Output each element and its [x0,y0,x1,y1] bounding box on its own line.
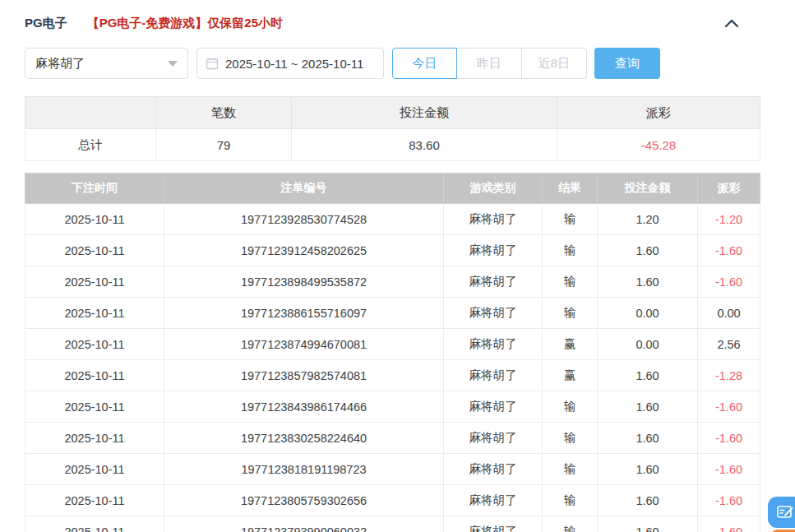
cell-bet-time: 2025-10-11 [25,423,164,454]
chevron-down-icon [168,61,178,67]
table-row: 2025-10-11 1977123830258224640 麻将胡了 输 1.… [25,423,760,454]
table-row: 2025-10-11 1977123928530774528 麻将胡了 输 1.… [25,204,760,235]
cell-result: 赢 [543,360,598,391]
cell-bet-time: 2025-10-11 [25,391,164,423]
cell-result: 输 [543,298,598,329]
form-pen-icon [777,505,795,520]
cell-payout: -1.60 [698,266,760,298]
summary-bet-amount-value: 83.60 [292,129,557,161]
pg-records-panel: PG电子 【PG电子-免费游戏】仅保留25小时 麻将胡了 2025-10-11 … [0,0,795,532]
query-button[interactable]: 查询 [594,48,660,79]
cell-game-type: 麻将胡了 [444,454,543,485]
cell-bet-id: 1977123912458202625 [164,235,444,266]
summary-total-row: 总计 79 83.60 -45.28 [25,129,760,161]
cell-bet-time: 2025-10-11 [25,204,164,235]
summary-payout-value: -45.28 [557,129,760,161]
cell-bet-amount: 1.60 [598,391,698,423]
cell-bet-amount: 0.00 [598,298,698,329]
cell-payout: -1.60 [698,423,760,454]
date-range-input[interactable]: 2025-10-11 ~ 2025-10-11 [196,48,384,79]
cell-bet-id: 1977123843986174466 [164,391,444,423]
cell-bet-id: 1977123793990060032 [164,516,444,532]
summary-header-bet-amount: 投注金额 [292,97,557,129]
cell-result: 输 [543,516,598,532]
summary-header-empty [25,97,156,129]
cell-game-type: 麻将胡了 [444,360,543,391]
table-row: 2025-10-11 1977123793990060032 麻将胡了 输 1.… [25,516,760,532]
feedback-float-button[interactable] [768,497,795,528]
records-header-game-type: 游戏类别 [444,173,543,204]
summary-count-value: 79 [156,129,292,161]
records-header-bet-id: 注单编号 [164,173,444,204]
cell-result: 输 [543,235,598,266]
cell-result: 输 [543,485,598,516]
game-type-select[interactable]: 麻将胡了 [25,48,188,79]
cell-bet-time: 2025-10-11 [25,235,164,266]
cell-payout: -1.60 [698,454,760,485]
cell-game-type: 麻将胡了 [444,235,543,266]
cell-payout: -1.60 [698,235,760,266]
cell-bet-id: 1977123874994670081 [164,329,444,360]
cell-game-type: 麻将胡了 [444,266,543,298]
cell-bet-id: 1977123886155716097 [164,298,444,329]
cell-bet-id: 1977123805759302656 [164,485,444,516]
table-row: 2025-10-11 1977123898499535872 麻将胡了 输 1.… [25,266,760,298]
quick-filter-group: 今日 昨日 近8日 [392,48,587,79]
cell-game-type: 麻将胡了 [444,423,543,454]
summary-table: 笔数 投注金额 派彩 总计 79 83.60 -45.28 [25,96,760,161]
cell-payout: 2.56 [698,329,760,360]
cell-bet-time: 2025-10-11 [25,485,164,516]
cell-bet-id: 1977123857982574081 [164,360,444,391]
cell-game-type: 麻将胡了 [444,298,543,329]
cell-result: 赢 [543,329,598,360]
cell-result: 输 [543,204,598,235]
cell-payout: -1.28 [698,360,760,391]
cell-bet-amount: 1.60 [598,423,698,454]
cell-result: 输 [543,454,598,485]
cell-bet-amount: 1.60 [598,454,698,485]
cell-game-type: 麻将胡了 [444,485,543,516]
cell-result: 输 [543,423,598,454]
date-range-value: 2025-10-11 ~ 2025-10-11 [225,57,363,71]
records-table: 下注时间 注单编号 游戏类别 结果 投注金额 派彩 2025-10-11 197… [25,173,760,532]
cell-payout: 0.00 [698,298,760,329]
cell-payout: -1.20 [698,204,760,235]
cell-result: 输 [543,266,598,298]
records-header-bet-time: 下注时间 [25,173,164,204]
quick-filter-today[interactable]: 今日 [392,48,457,79]
cell-game-type: 麻将胡了 [444,329,543,360]
collapse-panel-button[interactable] [723,16,741,30]
cell-payout: -1.60 [698,516,760,532]
cell-bet-id: 1977123898499535872 [164,266,444,298]
cell-bet-amount: 1.20 [598,204,698,235]
table-row: 2025-10-11 1977123805759302656 麻将胡了 输 1.… [25,485,760,516]
table-row: 2025-10-11 1977123843986174466 麻将胡了 输 1.… [25,391,760,423]
game-type-value: 麻将胡了 [35,56,168,72]
cell-bet-amount: 0.00 [598,329,698,360]
cell-bet-id: 1977123830258224640 [164,423,444,454]
panel-header: PG电子 【PG电子-免费游戏】仅保留25小时 [25,12,760,35]
table-row: 2025-10-11 1977123912458202625 麻将胡了 输 1.… [25,235,760,266]
retention-notice: 【PG电子-免费游戏】仅保留25小时 [87,16,283,31]
records-header-row: 下注时间 注单编号 游戏类别 结果 投注金额 派彩 [25,173,760,204]
quick-filter-yesterday[interactable]: 昨日 [457,48,522,79]
cell-bet-amount: 1.60 [598,360,698,391]
cell-game-type: 麻将胡了 [444,391,543,423]
calendar-icon [206,57,219,70]
cell-payout: -1.60 [698,485,760,516]
cell-result: 输 [543,391,598,423]
cell-bet-amount: 1.60 [598,266,698,298]
cell-bet-id: 1977123928530774528 [164,204,444,235]
chevron-up-icon [724,18,739,28]
cell-bet-id: 1977123818191198723 [164,454,444,485]
cell-bet-time: 2025-10-11 [25,298,164,329]
filter-controls: 麻将胡了 2025-10-11 ~ 2025-10-11 今日 昨日 近8日 查… [25,48,760,79]
cell-bet-amount: 1.60 [598,485,698,516]
table-row: 2025-10-11 1977123857982574081 麻将胡了 赢 1.… [25,360,760,391]
cell-bet-time: 2025-10-11 [25,329,164,360]
cell-payout: -1.60 [698,391,760,423]
cell-game-type: 麻将胡了 [444,516,543,532]
quick-filter-last8days[interactable]: 近8日 [522,48,587,79]
records-header-payout: 派彩 [698,173,760,204]
cell-bet-amount: 1.60 [598,516,698,532]
